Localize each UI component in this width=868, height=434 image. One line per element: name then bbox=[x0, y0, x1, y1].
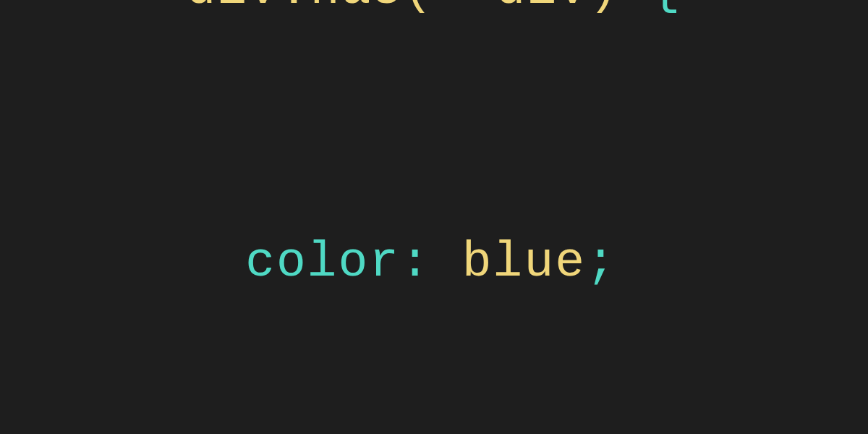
code-snippet: div:has(+ div) { color: blue; } bbox=[187, 0, 682, 434]
code-line-1: div:has(+ div) { bbox=[187, 0, 682, 35]
css-colon: : bbox=[400, 234, 462, 290]
css-semicolon: ; bbox=[586, 234, 617, 290]
css-value: blue bbox=[462, 234, 586, 290]
css-property: color bbox=[245, 234, 400, 290]
css-selector: div:has(+ div) bbox=[187, 0, 651, 17]
code-line-2: color: blue; bbox=[187, 217, 682, 308]
brace-open: { bbox=[651, 0, 682, 17]
